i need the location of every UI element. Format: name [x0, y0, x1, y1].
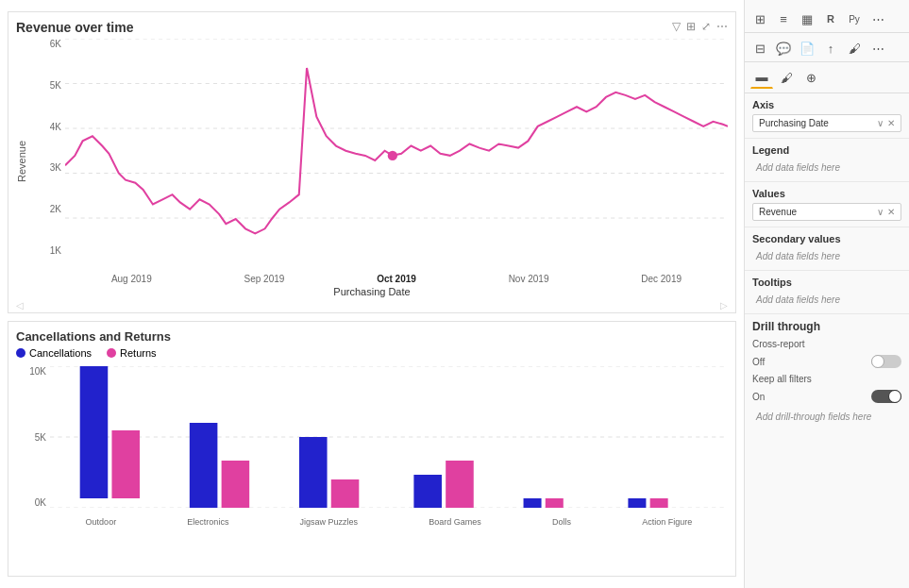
- focus-icon[interactable]: ⊞: [686, 20, 696, 33]
- y-tick-6k: 6K: [31, 39, 65, 49]
- values-remove-icon[interactable]: ✕: [887, 207, 895, 217]
- y-axis-label: Revenue: [16, 39, 27, 284]
- legend-section: Legend Add data fields here: [745, 139, 909, 182]
- x-tick-oct: Oct 2019: [377, 274, 416, 284]
- revenue-chart-container: Revenue over time ▽ ⊞ ⤢ ⋯ Revenue 6K 5K …: [8, 11, 736, 313]
- bar-y-0k: 0K: [16, 497, 50, 508]
- y-tick-2k: 2K: [31, 204, 65, 214]
- revenue-line-chart: [65, 39, 728, 262]
- tooltips-add-field[interactable]: Add data fields here: [752, 292, 901, 308]
- chart-legend: Cancellations Returns: [16, 347, 728, 359]
- bar-chart-area: 10K 5K 0K: [16, 366, 728, 527]
- keep-filters-toggle-row: On: [752, 390, 901, 403]
- x-axis: Aug 2019 Sep 2019 Oct 2019 Nov 2019 Dec …: [65, 274, 728, 284]
- values-chevron-icon[interactable]: ∨: [877, 207, 884, 217]
- axis-section-title: Axis: [752, 99, 901, 110]
- bar-label-board: Board Games: [429, 517, 481, 527]
- x-tick-dec: Dec 2019: [641, 274, 682, 284]
- more-options-icon[interactable]: ⋯: [716, 20, 728, 33]
- chart-inner: 6K 5K 4K 3K 2K 1K: [31, 39, 728, 284]
- bar-label-dolls: Dolls: [552, 517, 571, 527]
- y-axis-ticks: 6K 5K 4K 3K 2K 1K: [31, 39, 65, 256]
- bar-label-jigsaw: Jigsaw Puzzles: [300, 517, 359, 527]
- expand-icon[interactable]: ⤢: [701, 20, 711, 33]
- x-tick-nov: Nov 2019: [509, 274, 549, 284]
- legend-dot-returns: [107, 348, 116, 358]
- cross-report-toggle[interactable]: [871, 355, 901, 368]
- keep-filters-toggle[interactable]: [871, 390, 901, 403]
- secondary-add-field[interactable]: Add data fields here: [752, 248, 901, 264]
- share-icon[interactable]: ↑: [819, 37, 842, 59]
- svg-rect-18: [524, 498, 542, 508]
- bar-label-action: Action Figure: [642, 517, 692, 527]
- keep-filters-row: Keep all filters: [752, 374, 901, 384]
- cross-report-value: Off: [752, 357, 765, 367]
- bar-y-5k: 5K: [16, 432, 50, 443]
- x-tick-aug: Aug 2019: [111, 274, 152, 284]
- axis-field-pill[interactable]: Purchasing Date ∨ ✕: [752, 114, 901, 132]
- right-panel: ⊞ ≡ ▦ R Py ⋯ ⊟ 💬 📄 ↑ 🖌 ⋯ ▬ 🖌 ⊕ Axis Purc…: [744, 0, 909, 588]
- x-axis-title: Purchasing Date: [16, 286, 728, 297]
- table-icon[interactable]: ⊞: [749, 8, 771, 30]
- resize-handle-left[interactable]: ◁: [16, 300, 24, 311]
- paint-vis-icon[interactable]: 🖌: [775, 66, 798, 89]
- bar-y-10k: 10K: [16, 366, 50, 377]
- analytics-vis-icon[interactable]: ⊕: [800, 66, 822, 89]
- speech-bubble-icon[interactable]: 💬: [772, 37, 795, 59]
- cancellations-chart-container: Cancellations and Returns Cancellations …: [8, 321, 736, 577]
- legend-returns: Returns: [107, 347, 157, 359]
- bar-vis-icon[interactable]: ▬: [750, 66, 773, 89]
- svg-rect-13: [222, 461, 250, 508]
- bar-label-electronics: Electronics: [187, 517, 228, 527]
- legend-section-title: Legend: [752, 144, 901, 156]
- py-icon[interactable]: Py: [843, 8, 866, 30]
- drill-through-title: Drill through: [752, 320, 901, 333]
- svg-rect-14: [299, 437, 328, 508]
- x-tick-sep: Sep 2019: [244, 274, 285, 284]
- y-tick-5k: 5K: [31, 80, 65, 91]
- cross-report-row: Cross-report: [752, 339, 901, 349]
- axis-field-label: Purchasing Date: [759, 118, 829, 128]
- cross-report-label: Cross-report: [752, 339, 805, 349]
- legend-add-field[interactable]: Add data fields here: [752, 160, 901, 176]
- values-pill-icons: ∨ ✕: [877, 207, 895, 217]
- y-tick-4k: 4K: [31, 122, 65, 132]
- svg-rect-15: [331, 479, 360, 508]
- legend-label-cancellations: Cancellations: [29, 347, 92, 359]
- bar-label-outdoor: Outdoor: [86, 517, 117, 527]
- more-icon-2[interactable]: ⋯: [867, 37, 889, 59]
- axis-remove-icon[interactable]: ✕: [887, 118, 895, 128]
- y-tick-3k: 3K: [31, 162, 65, 173]
- bar-chart-svg: [50, 366, 728, 508]
- svg-rect-19: [546, 498, 564, 508]
- card-icon[interactable]: ▦: [796, 8, 818, 30]
- axis-pill-icons: ∨ ✕: [877, 118, 895, 128]
- svg-rect-11: [111, 430, 140, 498]
- panel-toolbar: ⊞ ≡ ▦ R Py ⋯: [745, 4, 909, 33]
- cross-report-toggle-row: Off: [752, 355, 901, 368]
- chart-toolbar: ▽ ⊞ ⤢ ⋯: [672, 20, 728, 33]
- brush-icon[interactable]: 🖌: [843, 37, 866, 59]
- values-section-title: Values: [752, 188, 901, 199]
- bar-x-labels: Outdoor Electronics Jigsaw Puzzles Board…: [50, 517, 728, 527]
- cross-report-thumb: [871, 355, 884, 368]
- svg-rect-17: [446, 461, 474, 508]
- resize-handle-right[interactable]: ▷: [720, 300, 728, 311]
- more-toolbar-icon[interactable]: ⋯: [867, 8, 889, 30]
- svg-rect-20: [628, 498, 646, 508]
- filter-icon[interactable]: ▽: [672, 20, 681, 33]
- svg-point-6: [388, 151, 397, 160]
- drill-add-field[interactable]: Add drill-through fields here: [752, 409, 901, 425]
- r-icon[interactable]: R: [819, 8, 842, 30]
- axis-chevron-icon[interactable]: ∨: [877, 118, 884, 128]
- legend-dot-cancellations: [16, 348, 25, 358]
- panel-toolbar-2: ⊟ 💬 📄 ↑ 🖌 ⋯: [745, 33, 909, 62]
- chart-area: Revenue 6K 5K 4K 3K 2K 1K: [16, 39, 728, 284]
- revenue-chart-title: Revenue over time: [16, 20, 134, 35]
- axis-section: Axis Purchasing Date ∨ ✕: [745, 93, 909, 139]
- viz-type-icons: ▬ 🖌 ⊕: [745, 62, 909, 93]
- values-field-pill[interactable]: Revenue ∨ ✕: [752, 203, 901, 221]
- matrix-icon[interactable]: ≡: [772, 8, 795, 30]
- grid-icon[interactable]: ⊟: [749, 37, 771, 59]
- doc-icon[interactable]: 📄: [796, 37, 818, 59]
